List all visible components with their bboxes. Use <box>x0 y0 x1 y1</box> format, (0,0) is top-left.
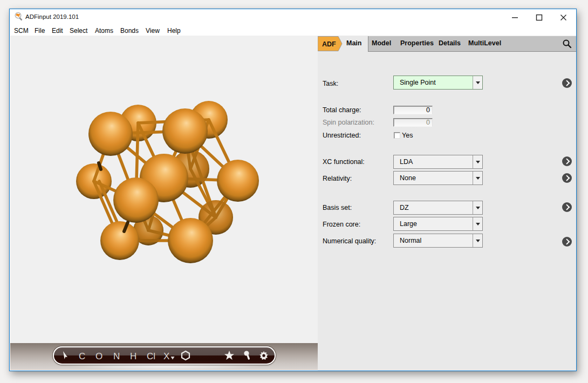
svg-text:ADF: ADF <box>322 40 336 48</box>
